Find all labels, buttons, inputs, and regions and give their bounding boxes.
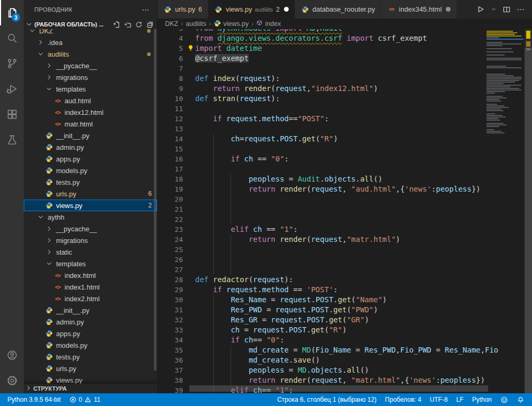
minimap-line [487, 107, 509, 108]
breadcrumb-item-index[interactable]: index [256, 20, 281, 28]
code-token: = [351, 346, 364, 354]
eol-sequence[interactable]: LF [452, 393, 468, 406]
code-line: 19 return render(request, "aud.html",{'n… [158, 184, 532, 194]
tab-database-roouter.py[interactable]: database_roouter.py [295, 0, 382, 19]
line-number: 39 [158, 385, 183, 393]
code-line: 27 [158, 265, 532, 275]
tree-file-tests.py[interactable]: tests.py [24, 176, 157, 188]
code-token: if [231, 336, 244, 344]
code-token: ( [316, 134, 320, 143]
tree-file-models.py[interactable]: models.py [24, 165, 157, 176]
tree-file-tests.py[interactable]: tests.py [24, 351, 157, 363]
activity-search-icon[interactable] [0, 25, 24, 51]
run-dropdown-icon[interactable] [491, 6, 497, 12]
tree-file--init-.py[interactable]: __init__.py [24, 304, 157, 316]
refresh-icon[interactable] [135, 21, 143, 29]
more-actions-icon[interactable]: ⋯ [517, 5, 525, 14]
minimap[interactable] [487, 31, 524, 134]
tree-folder-migrations[interactable]: migrations [24, 71, 157, 83]
cursor-position[interactable]: Строка 6, столбец 1 (выбрано 12) [273, 393, 381, 406]
activity-settings-icon[interactable] [0, 368, 24, 393]
tree-file-matr.html[interactable]: <>matr.html [24, 118, 157, 130]
symbol-method-icon [256, 20, 263, 28]
breadcrumb-item-views.py[interactable]: views.py [214, 20, 249, 29]
split-editor-button[interactable] [502, 5, 511, 14]
tab-urls.py[interactable]: urls.py6 [158, 0, 208, 19]
tree-file-index1.html[interactable]: <>index1.html [24, 281, 157, 293]
tree-folder-templates[interactable]: templates [24, 258, 157, 269]
indent-guide [213, 154, 214, 164]
tab-problems-badge: 6 [198, 6, 202, 13]
tab-views.py[interactable]: views.pyaudiiits2 [208, 0, 295, 19]
code-token: POST [307, 315, 325, 324]
run-button[interactable] [476, 5, 485, 14]
tree-folder--pycache-[interactable]: __pycache__ [24, 223, 157, 234]
sidebar-scrollbar[interactable] [154, 29, 157, 371]
breadcrumb-item-dkz[interactable]: DKZ [165, 20, 178, 28]
activity-run-debug-icon[interactable] [0, 76, 24, 102]
tree-item-label: index12.html [65, 109, 104, 116]
html-file-icon: <> [53, 296, 62, 302]
minimap-line [487, 80, 519, 81]
minimap-line [487, 67, 521, 68]
code-line: 29 if request.method == 'POST': [158, 285, 532, 295]
tree-folder-migrations[interactable]: migrations [24, 234, 157, 246]
tree-folder-audiiits[interactable]: audiiits [24, 48, 157, 60]
tree-folder-templates[interactable]: templates [24, 83, 157, 95]
activity-bar-bottom [0, 342, 24, 393]
tree-file-apps.py[interactable]: apps.py [24, 328, 157, 339]
workspace-section-header[interactable]: (РАБОЧАЯ ОБЛАСТЬ) ... [24, 19, 157, 30]
tree-folder-.idea[interactable]: .idea [24, 37, 157, 48]
python-interpreter[interactable]: Python 3.9.5 64-bit [3, 393, 65, 406]
structure-section-header[interactable]: СТРУКТУРА [24, 384, 157, 393]
tree-file--init-.py[interactable]: __init__.py [24, 130, 157, 141]
ruler-warning-marker [526, 31, 530, 39]
tree-file-admin.py[interactable]: admin.py [24, 141, 157, 153]
code-token: request [253, 275, 285, 284]
tab-index345.html[interactable]: <>index345.html [381, 0, 457, 19]
encoding[interactable]: UTF-8 [426, 393, 452, 406]
tree-file-views.py[interactable]: views.py2 [24, 200, 157, 211]
minimap-line [487, 126, 499, 127]
tree-file-urls.py[interactable]: urls.py [24, 363, 157, 374]
tree-folder-static[interactable]: static [24, 246, 157, 258]
tree-file-models.py[interactable]: models.py [24, 339, 157, 351]
notifications[interactable] [512, 393, 529, 406]
problems-indicator[interactable]: 011 [65, 393, 105, 406]
indentation[interactable]: Пробелов: 4 [381, 393, 426, 406]
vertical-scrollbar[interactable] [525, 48, 532, 393]
activity-explorer-icon[interactable]: 3 [0, 0, 24, 25]
dirty-dot[interactable] [284, 7, 289, 12]
tree-file-urls.py[interactable]: urls.py6 [24, 188, 157, 200]
activity-testing-icon[interactable] [0, 127, 24, 152]
tree-file-admin.py[interactable]: admin.py [24, 316, 157, 328]
activity-source-control-icon[interactable] [0, 51, 24, 76]
tree-file-index.html[interactable]: <>index.html [24, 269, 157, 281]
tree-folder-aythh[interactable]: aythh [24, 211, 157, 223]
tree-folder--pycache-[interactable]: __pycache__ [24, 60, 157, 71]
code-token: request [240, 94, 271, 103]
tree-file-aud.html[interactable]: <>aud.html [24, 95, 157, 106]
new-folder-icon[interactable] [124, 21, 132, 29]
tree-folder-dkz[interactable]: DKZ [24, 29, 157, 37]
collapse-all-icon[interactable] [146, 21, 154, 29]
activity-extensions-icon[interactable] [0, 102, 24, 127]
code-token: = [262, 305, 275, 314]
code-token: , [396, 346, 400, 354]
language-mode[interactable]: Python [468, 393, 496, 406]
activity-account-icon[interactable] [0, 342, 24, 368]
tree-file-index12.html[interactable]: <>index12.html [24, 106, 157, 118]
breadcrumb-item-audiiits[interactable]: audiiits [186, 20, 206, 28]
tree-file-index2.html[interactable]: <>index2.html [24, 293, 157, 304]
horizontal-scrollbar[interactable] [189, 385, 488, 392]
more-actions-icon[interactable]: ⋯ [142, 5, 150, 14]
new-file-icon[interactable] [113, 21, 121, 29]
tree-file-apps.py[interactable]: apps.py [24, 153, 157, 165]
tree-file-views.py[interactable]: views.py [24, 374, 157, 384]
dirty-dot[interactable] [446, 7, 451, 12]
html-file-icon: <> [53, 110, 62, 115]
code-editor[interactable]: 3from aythh.models import MD,Audit4from … [158, 29, 532, 393]
feedback[interactable] [496, 393, 512, 406]
html-file-icon: <> [53, 98, 62, 104]
lightbulb-icon[interactable] [187, 44, 194, 53]
